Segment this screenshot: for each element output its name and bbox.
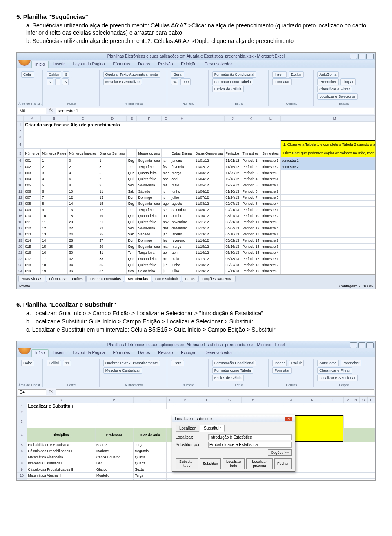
- cell[interactable]: Carlos Eduardo: [95, 454, 133, 460]
- cell[interactable]: 1: [40, 157, 67, 164]
- cell[interactable]: Seg: [127, 200, 137, 206]
- table-row[interactable]: 23018183435QuiQuinta-feirajunjunho11/18/…: [17, 262, 376, 268]
- cell[interactable]: 11/17/12: [194, 256, 224, 262]
- cell[interactable]: 6: [40, 188, 67, 194]
- cell[interactable]: 36: [68, 268, 98, 274]
- cell[interactable]: Sexta-feira: [137, 268, 161, 274]
- maximize-icon[interactable]: [358, 54, 365, 59]
- col-header[interactable]: L: [261, 115, 281, 121]
- cell-styles-button[interactable]: Estilos de Célula: [212, 375, 244, 381]
- col-header[interactable]: J: [281, 397, 301, 403]
- cell[interactable]: trimestre 2: [261, 213, 281, 219]
- cell[interactable]: [280, 188, 375, 194]
- cell[interactable]: Período 9: [241, 206, 261, 213]
- cell[interactable]: Beatriz: [95, 442, 133, 448]
- formula-bar[interactable]: [56, 389, 374, 395]
- cell[interactable]: 26: [68, 237, 98, 243]
- cell[interactable]: Terça: [134, 442, 167, 448]
- cell[interactable]: [280, 268, 375, 274]
- cell[interactable]: 10: [40, 213, 67, 219]
- cell[interactable]: maio: [170, 256, 194, 262]
- col-header[interactable]: A: [24, 115, 40, 121]
- cell[interactable]: 1: [98, 157, 127, 164]
- cell[interactable]: Quarta-feira: [137, 213, 161, 219]
- cell[interactable]: dez: [161, 225, 170, 231]
- cell[interactable]: junho: [170, 188, 194, 194]
- table-row[interactable]: 1400991617TerTerça-feirasetsetembro11/09…: [17, 206, 376, 213]
- cell[interactable]: Segunda-feira: [137, 200, 161, 206]
- font-size-select[interactable]: 11: [63, 360, 71, 366]
- cell[interactable]: 17: [40, 256, 67, 262]
- find-select-button[interactable]: Localizar e Selecionar: [317, 375, 358, 381]
- sort-filter-button[interactable]: Classificar e Filtrar: [317, 86, 352, 92]
- cell[interactable]: 010: [24, 213, 40, 219]
- cell[interactable]: [280, 237, 375, 243]
- tab-inicio[interactable]: Início: [31, 349, 49, 357]
- cell[interactable]: 18: [68, 213, 98, 219]
- col-header[interactable]: G: [161, 115, 170, 121]
- cell[interactable]: 15: [40, 243, 67, 249]
- cell[interactable]: 17: [98, 206, 127, 213]
- cell[interactable]: Período 7: [241, 194, 261, 200]
- format-cells-button[interactable]: Formatar: [272, 78, 292, 85]
- cell[interactable]: abril: [170, 249, 194, 256]
- cell[interactable]: Quarta-feira: [137, 170, 161, 176]
- cell[interactable]: trimestre 3: [261, 268, 281, 274]
- cell[interactable]: trimestre 2: [261, 164, 281, 170]
- col-header[interactable]: C: [134, 397, 167, 403]
- cell[interactable]: 012: [24, 225, 40, 231]
- cell[interactable]: Terça: [134, 478, 167, 481]
- cell[interactable]: Matemática Financeira: [27, 454, 95, 460]
- cell[interactable]: semestre 2: [280, 164, 375, 170]
- tab-inserir[interactable]: Inserir: [50, 61, 68, 68]
- cell[interactable]: nov: [161, 219, 170, 225]
- cell[interactable]: mai: [161, 182, 170, 188]
- cell[interactable]: 33: [98, 256, 127, 262]
- cell[interactable]: trimestre 3: [261, 194, 281, 200]
- cell[interactable]: jul: [161, 194, 170, 200]
- cell[interactable]: 05/30/13: [224, 249, 241, 256]
- table-row[interactable]: 1300881415SegSegunda-feiraagoagosto11/08…: [17, 200, 376, 206]
- cell[interactable]: Quinta: [134, 454, 167, 460]
- sheet-tab[interactable]: Sequências: [125, 276, 151, 282]
- cell[interactable]: Período 17: [241, 256, 261, 262]
- cell[interactable]: Sáb: [127, 231, 137, 237]
- cell[interactable]: Sábado: [137, 231, 161, 237]
- cell[interactable]: 9: [98, 182, 127, 188]
- cell[interactable]: maio: [170, 182, 194, 188]
- cell[interactable]: 001: [24, 157, 40, 164]
- cell[interactable]: 10: [68, 188, 98, 194]
- replace-button[interactable]: Substituir: [200, 458, 221, 469]
- cell[interactable]: janeiro: [170, 231, 194, 237]
- cell[interactable]: Kaizô: [95, 478, 133, 481]
- cell[interactable]: trimestre 2: [261, 262, 281, 268]
- cell[interactable]: [280, 194, 375, 200]
- cell[interactable]: 28: [68, 243, 98, 249]
- cell[interactable]: Período 3: [241, 170, 261, 176]
- cell[interactable]: trimestre 3: [261, 170, 281, 176]
- sheet-tab[interactable]: Funções DataHora: [198, 276, 236, 282]
- minimize-icon[interactable]: [350, 342, 357, 348]
- cell[interactable]: fev: [161, 237, 170, 243]
- cell[interactable]: trimestre 3: [261, 219, 281, 225]
- table-row[interactable]: 20015152829SegSegunda-feiramarmarço11/15…: [17, 243, 376, 249]
- cell[interactable]: 008: [24, 200, 40, 206]
- cell[interactable]: 11/05/12: [194, 182, 224, 188]
- replace-all-button[interactable]: Substituir tudo: [176, 458, 198, 469]
- col-header[interactable]: O: [360, 397, 368, 403]
- cell[interactable]: trimestre 4: [261, 225, 281, 231]
- cell[interactable]: 019: [24, 268, 40, 274]
- find-all-button[interactable]: Localizar tudo: [223, 458, 245, 469]
- sheet-tab[interactable]: Fórmulas e Funções: [46, 276, 86, 282]
- cell[interactable]: [280, 213, 375, 219]
- cell[interactable]: 3: [98, 164, 127, 170]
- tab-formulas[interactable]: Fórmulas: [110, 61, 134, 68]
- dialog-close-icon[interactable]: ×: [285, 417, 292, 421]
- cell[interactable]: Segunda: [134, 448, 167, 454]
- cell[interactable]: março: [170, 243, 194, 249]
- delete-cells-button[interactable]: Excluir: [289, 71, 304, 78]
- cell[interactable]: 003: [24, 170, 40, 176]
- cell[interactable]: Período 4: [241, 176, 261, 182]
- col-header[interactable]: G: [218, 397, 242, 403]
- name-box[interactable]: M6: [18, 108, 46, 114]
